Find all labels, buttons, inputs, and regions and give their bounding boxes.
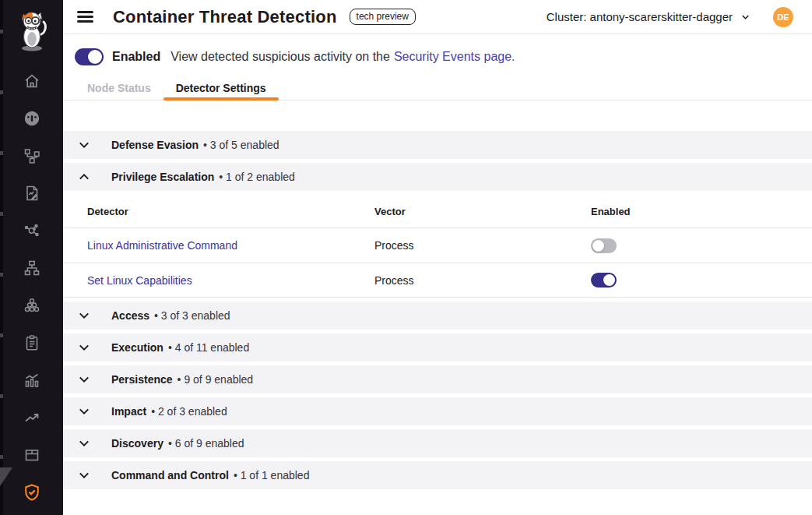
chevron-down-icon bbox=[77, 138, 91, 152]
sidebar bbox=[0, 0, 63, 515]
section-count: • 1 of 2 enabled bbox=[219, 171, 295, 183]
enabled-description: View detected suspicious activity on the bbox=[170, 50, 390, 64]
clipboard-icon bbox=[23, 333, 41, 352]
cluster-selector[interactable]: Cluster: antony-scarerskitter-dagger bbox=[547, 10, 751, 23]
sidebar-item-vulnerability-graph[interactable] bbox=[0, 212, 63, 249]
section-title: Access bbox=[111, 309, 149, 322]
menu-hamburger-icon[interactable] bbox=[77, 11, 93, 23]
section-count: • 9 of 9 enabled bbox=[178, 373, 254, 386]
trending-up-icon bbox=[23, 408, 41, 427]
section-access[interactable]: Access • 3 of 3 enabled bbox=[63, 302, 812, 330]
section-persistence[interactable]: Persistence • 9 of 9 enabled bbox=[63, 365, 812, 393]
graph-nodes-icon bbox=[23, 221, 41, 240]
vector-value: Process bbox=[374, 239, 414, 252]
chevron-down-icon bbox=[77, 404, 91, 418]
tech-preview-badge: tech preview bbox=[350, 9, 416, 25]
section-count: • 6 of 9 enabled bbox=[168, 437, 244, 450]
section-title: Execution bbox=[111, 341, 163, 354]
section-title: Command and Control bbox=[111, 469, 229, 481]
sidebar-item-network-topology[interactable] bbox=[0, 249, 63, 287]
top-app-bar: Container Threat Detection tech preview … bbox=[63, 0, 812, 34]
table-row: Linux Administrative Command Process bbox=[63, 228, 812, 263]
table-row: Set Linux Capabilities Process bbox=[63, 263, 812, 298]
chevron-down-icon bbox=[77, 372, 91, 386]
section-count: • 4 of 11 enabled bbox=[168, 341, 249, 354]
section-title: Persistence bbox=[111, 373, 173, 386]
vector-value: Process bbox=[374, 274, 414, 287]
sidebar-nav bbox=[0, 62, 63, 511]
section-execution[interactable]: Execution • 4 of 11 enabled bbox=[63, 333, 812, 362]
feature-enabled-toggle[interactable] bbox=[75, 48, 104, 65]
detector-link-set-linux-capabilities[interactable]: Set Linux Capabilities bbox=[87, 274, 192, 287]
section-discovery[interactable]: Discovery • 6 of 9 enabled bbox=[63, 429, 812, 457]
chevron-down-icon bbox=[740, 11, 751, 23]
detector-settings-content: Defense Evasion • 3 of 5 enabled Privile… bbox=[63, 131, 812, 493]
sidebar-item-audit[interactable] bbox=[0, 324, 63, 362]
detector-enabled-toggle[interactable] bbox=[591, 238, 617, 253]
package-box-icon bbox=[23, 446, 41, 464]
section-defense-evasion[interactable]: Defense Evasion • 3 of 5 enabled bbox=[63, 131, 812, 159]
cluster-selector-label: Cluster: antony-scarerskitter-dagger bbox=[547, 10, 733, 23]
section-count: • 3 of 3 enabled bbox=[154, 309, 230, 322]
user-avatar[interactable]: DE bbox=[773, 7, 793, 27]
sidebar-item-risk-trend[interactable] bbox=[0, 399, 63, 436]
sidebar-item-clusters[interactable] bbox=[0, 287, 63, 324]
home-icon bbox=[23, 72, 41, 90]
detector-table-header: Detector Vector Enabled bbox=[63, 195, 812, 228]
enabled-label: Enabled bbox=[112, 50, 160, 64]
column-header-detector: Detector bbox=[87, 206, 374, 217]
sidebar-item-home[interactable] bbox=[0, 62, 63, 100]
chevron-down-icon bbox=[77, 436, 91, 450]
section-title: Defense Evasion bbox=[111, 139, 199, 151]
section-privilege-escalation[interactable]: Privilege Escalation • 1 of 2 enabled bbox=[63, 163, 812, 191]
sidebar-item-threat-detection[interactable] bbox=[0, 474, 63, 511]
detector-table: Detector Vector Enabled Linux Administra… bbox=[63, 195, 812, 298]
section-count: • 3 of 5 enabled bbox=[203, 139, 279, 151]
section-impact[interactable]: Impact • 2 of 3 enabled bbox=[63, 397, 812, 425]
chevron-down-icon bbox=[77, 340, 91, 355]
security-events-link[interactable]: Security Events page. bbox=[394, 50, 515, 64]
tab-detector-settings[interactable]: Detector Settings bbox=[163, 76, 279, 100]
report-edit-icon bbox=[23, 184, 41, 203]
shield-check-icon bbox=[22, 482, 42, 503]
app-logo[interactable] bbox=[0, 8, 63, 53]
cluster-circles-icon bbox=[23, 296, 41, 315]
subheader: Enabled View detected suspicious activit… bbox=[63, 35, 812, 101]
detector-enabled-toggle[interactable] bbox=[591, 273, 617, 287]
detector-link-linux-administrative-command[interactable]: Linux Administrative Command bbox=[87, 239, 237, 252]
chevron-down-icon bbox=[77, 468, 91, 482]
section-title: Privilege Escalation bbox=[111, 171, 214, 183]
chevron-up-icon bbox=[77, 170, 91, 184]
tab-node-status[interactable]: Node Status bbox=[75, 76, 163, 100]
sidebar-item-analytics[interactable] bbox=[0, 362, 63, 399]
page-title: Container Threat Detection bbox=[113, 7, 337, 27]
section-title: Discovery bbox=[111, 437, 163, 450]
sitemap-icon bbox=[23, 259, 41, 277]
cat-mascot-logo bbox=[14, 8, 50, 53]
section-count: • 2 of 3 enabled bbox=[151, 405, 227, 418]
tab-bar: Node Status Detector Settings bbox=[63, 76, 812, 101]
column-header-vector: Vector bbox=[374, 206, 591, 217]
section-count: • 1 of 1 enabled bbox=[234, 469, 310, 481]
column-header-enabled: Enabled bbox=[591, 206, 812, 217]
dashboard-gauge-icon bbox=[23, 109, 41, 128]
network-flows-icon bbox=[23, 146, 41, 165]
sidebar-item-compliance-report[interactable] bbox=[0, 175, 63, 212]
section-command-and-control[interactable]: Command and Control • 1 of 1 enabled bbox=[63, 461, 812, 489]
sidebar-item-network-flows[interactable] bbox=[0, 137, 63, 175]
sidebar-item-dashboard[interactable] bbox=[0, 100, 63, 137]
analytics-bars-icon bbox=[23, 371, 41, 390]
section-title: Impact bbox=[111, 405, 146, 418]
chevron-down-icon bbox=[77, 309, 91, 323]
